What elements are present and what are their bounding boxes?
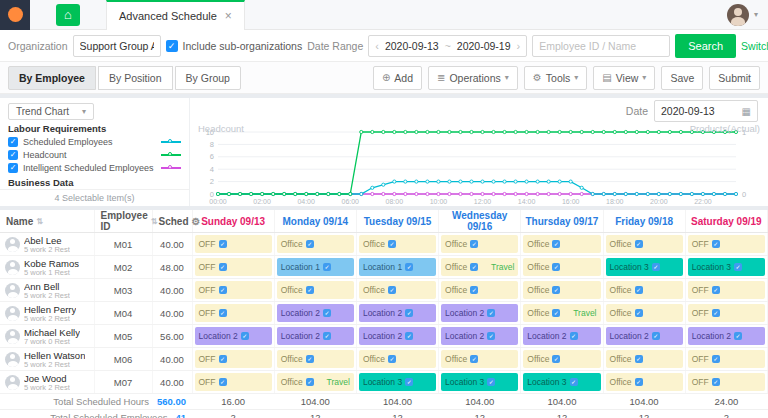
shift-cell[interactable]: Location 2✓ [274,325,356,348]
shift-block[interactable]: OFF✓ [688,373,765,391]
shift-block[interactable]: Office✓ [277,350,354,368]
shift-block[interactable]: Location 2✓ [277,304,354,322]
trend-chart-selector[interactable]: Trend Chart ▾ [8,103,94,120]
shift-cell[interactable]: Office✓Travel [274,371,356,394]
shift-cell[interactable]: Office✓ [603,371,685,394]
shift-cell[interactable]: OFF✓ [192,256,274,279]
employee-name-cell[interactable]: Hellen Perry5 work 2 Rest [0,302,94,325]
shift-block[interactable]: OFF✓ [195,373,272,391]
shift-cell[interactable]: Location 3✓ [439,371,521,394]
legend-item[interactable]: ✓Intelligent Scheduled Employees [0,161,189,174]
shift-cell[interactable]: Office✓ [439,348,521,371]
shift-block[interactable]: Office✓ [277,235,354,253]
shift-cell[interactable]: Location 3✓ [603,256,685,279]
shift-cell[interactable]: Office✓ [521,279,603,302]
employee-name-cell[interactable]: Joe Wood5 work 2 Rest [0,371,94,394]
shift-block[interactable]: Location 2✓ [441,304,518,322]
operations-button[interactable]: ≣ Operations ▾ [428,66,518,90]
shift-block[interactable]: OFF✓ [688,304,765,322]
legend-item[interactable]: ✓Headcount [0,148,189,161]
tab-by-group[interactable]: By Group [175,66,241,90]
shift-cell[interactable]: Location 1✓ [356,256,438,279]
shift-cell[interactable]: Location 2✓ [356,302,438,325]
date-start-value[interactable]: 2020-09-13 [385,40,439,52]
shift-block[interactable]: Location 2✓ [688,327,765,345]
legend-item[interactable]: ✓Scheduled Employees [0,135,189,148]
shift-cell[interactable]: Office✓Travel [521,302,603,325]
employee-search-input[interactable] [532,35,670,57]
shift-block[interactable]: Location 3✓ [688,258,765,276]
chart-date-picker[interactable]: 2020-09-13 ▦ [654,100,758,122]
user-avatar[interactable] [727,4,749,26]
checkbox-checked-icon[interactable]: ✓ [8,137,18,147]
shift-cell[interactable]: Location 2✓ [685,325,767,348]
shift-block[interactable]: Office✓ [606,304,683,322]
shift-block[interactable]: Location 2✓ [606,327,683,345]
shift-cell[interactable]: Location 3✓ [356,371,438,394]
shift-block[interactable]: OFF✓ [195,258,272,276]
shift-block[interactable]: Office✓Travel [523,304,600,322]
shift-cell[interactable]: Office✓ [603,348,685,371]
shift-cell[interactable]: OFF✓ [685,302,767,325]
shift-cell[interactable]: OFF✓ [192,302,274,325]
submit-button[interactable]: Submit [709,66,760,90]
shift-cell[interactable]: Office✓ [274,348,356,371]
shift-cell[interactable]: OFF✓ [685,279,767,302]
shift-cell[interactable]: Location 2✓ [521,325,603,348]
shift-block[interactable]: Office✓ [441,281,518,299]
shift-block[interactable]: Location 1✓ [277,258,354,276]
shift-block[interactable]: Location 3✓ [606,258,683,276]
shift-block[interactable]: Office✓ [441,235,518,253]
shift-block[interactable]: Office✓ [359,281,436,299]
shift-cell[interactable]: Location 2✓ [603,325,685,348]
column-header-day[interactable]: Saturday 09/19 [685,210,767,233]
tab-advanced-schedule[interactable]: Advanced Schedule × [106,0,245,30]
shift-block[interactable]: Office✓ [441,350,518,368]
tab-by-position[interactable]: By Position [98,66,173,90]
save-button[interactable]: Save [661,66,703,90]
sort-icon[interactable]: ⇅ [36,217,43,226]
prev-week-icon[interactable]: ‹ [375,40,379,52]
column-header-sched[interactable]: Sched⚙ [152,210,192,233]
shift-cell[interactable]: Office✓ [274,233,356,256]
shift-block[interactable]: Location 2✓ [195,327,272,345]
tab-by-employee[interactable]: By Employee [8,66,96,90]
shift-cell[interactable]: Location 3✓ [521,371,603,394]
employee-name-cell[interactable]: Kobe Ramos5 work 1 Rest [0,256,94,279]
shift-block[interactable]: OFF✓ [195,235,272,253]
sort-icon[interactable]: ⇅ [151,217,158,226]
shift-cell[interactable]: Location 2✓ [192,325,274,348]
shift-block[interactable]: Location 2✓ [359,327,436,345]
column-header-day[interactable]: Tuesday 09/15 [356,210,438,233]
shift-cell[interactable]: Office✓ [603,302,685,325]
shift-block[interactable]: Location 3✓ [523,373,600,391]
date-end-value[interactable]: 2020-09-19 [457,40,511,52]
date-range-picker[interactable]: ‹ 2020-09-13 ~ 2020-09-19 › [368,35,527,57]
tab-close-icon[interactable]: × [225,9,232,23]
shift-cell[interactable]: Office✓ [603,279,685,302]
shift-block[interactable]: Office✓ [523,281,600,299]
shift-block[interactable]: OFF✓ [195,281,272,299]
shift-block[interactable]: Location 1✓ [359,258,436,276]
employee-name-cell[interactable]: Hellen Watson5 work 2 Rest [0,348,94,371]
shift-block[interactable]: OFF✓ [688,235,765,253]
view-button[interactable]: ▤ View ▾ [593,66,655,90]
switch-version-link[interactable]: Switch to new version [741,40,768,52]
shift-cell[interactable]: Location 3✓ [685,256,767,279]
app-logo[interactable] [0,0,30,30]
shift-cell[interactable]: Location 2✓ [274,302,356,325]
column-settings-gear-icon[interactable]: ⚙ [192,216,201,227]
user-menu[interactable]: ▾ [727,4,768,26]
shift-block[interactable]: Office✓ [606,235,683,253]
search-button[interactable]: Search [675,34,736,58]
column-header-day[interactable]: Sunday 09/13 [192,210,274,233]
shift-block[interactable]: Location 2✓ [523,327,600,345]
shift-block[interactable]: Office✓ [523,235,600,253]
column-header-employee-id[interactable]: Employee ID⇅ [94,210,152,233]
shift-cell[interactable]: OFF✓ [685,371,767,394]
employee-name-cell[interactable]: Abel Lee5 work 2 Rest [0,233,94,256]
shift-cell[interactable]: Office✓ [356,348,438,371]
employee-name-cell[interactable]: Ann Bell5 work 2 Rest [0,279,94,302]
shift-block[interactable]: Office✓ [606,350,683,368]
shift-cell[interactable]: Office✓ [439,233,521,256]
